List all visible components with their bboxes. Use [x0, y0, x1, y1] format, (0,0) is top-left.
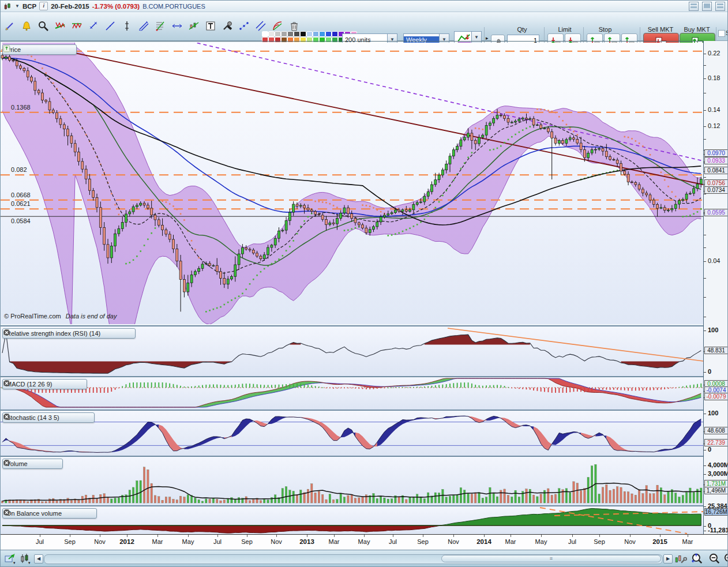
- close-icon[interactable]: [51, 460, 59, 468]
- price-axis-strip[interactable]: 0.220.180.140.120.040.09700.09330.08410.…: [703, 41, 728, 534]
- window-icon[interactable]: [113, 329, 121, 337]
- info-icon[interactable]: i: [39, 2, 48, 10]
- axis-value-box: 1,496M: [704, 487, 728, 494]
- layout-icon-2[interactable]: [702, 2, 712, 11]
- segment-long-icon[interactable]: [103, 19, 117, 33]
- window-icon[interactable]: [65, 380, 73, 388]
- stochastic-plot[interactable]: [1, 411, 703, 455]
- obv-panel[interactable]: On Balance volume: [1, 505, 703, 535]
- window-icon[interactable]: [74, 509, 82, 517]
- obv-panel-header: On Balance volume: [2, 508, 97, 519]
- color-swatch[interactable]: [262, 31, 268, 37]
- segment-short-icon[interactable]: [87, 19, 100, 33]
- price-panel[interactable]: Price 0.13680.0820.06680.06210.0584 © Pr…: [1, 43, 703, 324]
- window-icon[interactable]: [72, 414, 80, 422]
- volume-panel[interactable]: Volume: [1, 456, 703, 505]
- zoom-in-icon[interactable]: [723, 553, 728, 565]
- macd-panel[interactable]: MACD (12 26 9): [1, 376, 703, 410]
- color-swatch[interactable]: [275, 31, 281, 37]
- stochastic-panel[interactable]: Stochastic (14 3 5): [1, 410, 703, 456]
- buy-mkt-label: Buy MKT: [684, 26, 710, 33]
- axis-value-box: 48.831: [704, 347, 728, 354]
- color-swatch[interactable]: [313, 31, 319, 37]
- scroll-left-button[interactable]: ◀: [34, 554, 43, 564]
- move-panel-down-icon[interactable]: [54, 46, 62, 54]
- chevron-down-icon[interactable]: ▾: [28, 561, 31, 565]
- chart-settings-icon[interactable]: [674, 553, 687, 565]
- pattern-double-top-icon[interactable]: [70, 19, 84, 33]
- axis-tick-label: 0.12: [708, 122, 720, 129]
- close-icon[interactable]: [123, 329, 132, 337]
- horizontal-extension-icon[interactable]: [170, 19, 184, 33]
- s-checkbox[interactable]: [718, 30, 725, 37]
- axis-tick-label: 0.04: [708, 257, 720, 264]
- color-swatch[interactable]: [319, 31, 325, 37]
- close-icon[interactable]: [75, 380, 83, 388]
- limit-label: Limit: [558, 26, 571, 33]
- color-swatch[interactable]: [332, 31, 338, 37]
- close-icon[interactable]: [85, 509, 93, 517]
- macd-plot[interactable]: [1, 377, 703, 408]
- axis-tick-label: 3,000M: [708, 470, 728, 477]
- wrench-icon[interactable]: [30, 460, 38, 468]
- color-swatch[interactable]: [306, 31, 313, 37]
- time-axis-label: 2012: [119, 538, 134, 545]
- wrench-icon[interactable]: [103, 329, 111, 337]
- segment-dots-icon[interactable]: [237, 19, 251, 33]
- layout-icon-1[interactable]: [689, 2, 699, 11]
- stochastic-panel-header: Stochastic (14 3 5): [2, 412, 95, 423]
- zoom-out-icon[interactable]: [708, 553, 721, 565]
- time-axis-label: Nov: [94, 538, 106, 545]
- close-icon[interactable]: [82, 414, 91, 422]
- candle-trend-icon[interactable]: [187, 19, 201, 33]
- color-swatch[interactable]: [325, 31, 332, 37]
- drawing-tools-icon[interactable]: [220, 19, 234, 33]
- window-icon[interactable]: [40, 460, 48, 468]
- wrench-icon[interactable]: [23, 46, 31, 54]
- volume-plot[interactable]: [1, 457, 703, 504]
- price-level-label: 0.0621: [11, 200, 31, 207]
- time-axis-label: Nov: [271, 538, 282, 545]
- wrench-icon[interactable]: [54, 380, 62, 388]
- vertical-line-icon[interactable]: [120, 19, 134, 33]
- rsi-panel-title: Relative strength index (RSI) (14): [6, 330, 100, 337]
- scroll-right-button[interactable]: ▶: [663, 554, 673, 564]
- color-swatch[interactable]: [281, 31, 287, 37]
- rsi-panel[interactable]: Relative strength index (RSI) (14): [1, 325, 703, 376]
- qty-label: Qty: [517, 26, 527, 33]
- color-swatch[interactable]: [287, 31, 294, 37]
- volume-panel-header: Volume: [2, 459, 63, 469]
- close-icon[interactable]: [44, 46, 52, 54]
- text-tool-icon[interactable]: [204, 19, 217, 33]
- color-swatch[interactable]: [268, 31, 275, 37]
- wrench-icon[interactable]: [64, 509, 72, 517]
- pattern-triangle-icon[interactable]: [53, 19, 67, 33]
- color-swatch[interactable]: [300, 31, 306, 37]
- scrollbar-grip: ≡: [550, 555, 553, 561]
- pencil-icon[interactable]: [3, 19, 17, 33]
- magnifier-icon[interactable]: [36, 19, 50, 33]
- layout-icon-3[interactable]: [715, 2, 725, 11]
- time-axis[interactable]: JulSepNov2012MarMayJulSepNov2013MarMayJu…: [1, 534, 728, 550]
- instrument-dropdown-caret[interactable]: ▼: [15, 3, 20, 9]
- time-axis-label: Mar: [152, 538, 163, 545]
- obv-plot[interactable]: [1, 506, 703, 534]
- move-panel-up-icon[interactable]: [65, 46, 73, 54]
- fibonacci-icon[interactable]: [153, 19, 167, 33]
- axis-value-box: 0.0841: [704, 167, 728, 174]
- chart-scrollbar-track[interactable]: ≡: [44, 554, 663, 564]
- time-axis-label: Mar: [682, 538, 693, 545]
- alarm-bell-icon[interactable]: [20, 19, 33, 33]
- wrench-icon[interactable]: [62, 414, 70, 422]
- axis-value-box: 0.0734: [704, 186, 728, 194]
- order-panel-collapse-arrow[interactable]: ▸: [486, 35, 489, 41]
- color-swatch[interactable]: [294, 31, 300, 37]
- drawing-toolbar: [3, 19, 301, 33]
- chevron-down-icon[interactable]: ▾: [13, 561, 16, 565]
- cross-lines-icon[interactable]: [137, 19, 151, 33]
- zoom-range-icon[interactable]: [691, 553, 703, 565]
- window-icon[interactable]: [33, 46, 42, 54]
- chart-scrollbar-thumb[interactable]: ≡: [441, 555, 661, 562]
- price-plot[interactable]: [1, 43, 703, 324]
- time-axis-label: Mar: [329, 538, 340, 545]
